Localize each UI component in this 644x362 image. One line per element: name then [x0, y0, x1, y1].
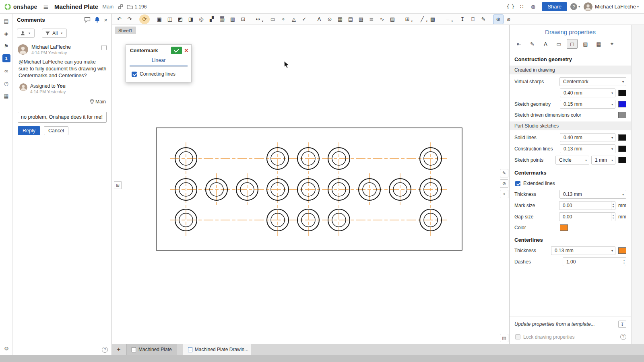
- tables-icon[interactable]: ▦: [2, 92, 10, 100]
- centerline-color-swatch[interactable]: [618, 247, 626, 254]
- mark-size-input[interactable]: 0.00 ▴▾: [559, 201, 615, 210]
- onshape-logo[interactable]: onshape: [4, 3, 37, 10]
- auxiliary-view-icon[interactable]: ◩: [175, 14, 186, 24]
- projected-view-icon[interactable]: ◫: [165, 14, 175, 24]
- centermark-color-swatch[interactable]: [560, 224, 568, 231]
- versions-history-icon[interactable]: ◈: [2, 29, 10, 37]
- tab-machined-plate[interactable]: Machined Plate: [126, 344, 177, 355]
- drawing-tools-button[interactable]: ⌖: [500, 190, 508, 198]
- break-out-section-icon[interactable]: ▒: [217, 14, 227, 24]
- datum-icon[interactable]: ◬: [289, 14, 299, 24]
- share-link-icon[interactable]: [118, 4, 124, 10]
- hatch-icon[interactable]: ▩: [427, 14, 438, 24]
- plate-outline[interactable]: [156, 128, 462, 250]
- dimensions-style-tab[interactable]: ⇤: [514, 39, 524, 49]
- history-icon[interactable]: ◷: [2, 79, 10, 87]
- solid-lines-select[interactable]: 0.40 mm ▾: [560, 133, 615, 142]
- annotations-style-tab[interactable]: ✎: [527, 39, 538, 49]
- construction-lines-select[interactable]: 0.13 mm ▾: [560, 144, 615, 153]
- cancel-button[interactable]: Cancel: [44, 126, 68, 135]
- tab-linear[interactable]: Linear: [130, 56, 188, 66]
- tab-machined-plate-drawing[interactable]: Machined Plate Drawin...: [183, 344, 251, 355]
- inspection-style-tab[interactable]: ⌖: [607, 39, 617, 49]
- undo-icon[interactable]: ↶: [114, 14, 124, 24]
- export-icon[interactable]: ↧: [457, 14, 468, 24]
- dashes-input[interactable]: 1.00 ▴▾: [563, 257, 626, 266]
- broken-view-icon[interactable]: ▞: [206, 14, 217, 24]
- tables-style-tab[interactable]: ▦: [593, 39, 604, 49]
- user-name[interactable]: Michael LaFleche: [595, 4, 636, 10]
- chat-bubble-icon[interactable]: [84, 17, 91, 23]
- dimension-icon[interactable]: ↔▾: [253, 14, 263, 24]
- revision-table-icon[interactable]: ▧: [356, 14, 366, 24]
- close-icon[interactable]: ×: [104, 17, 107, 23]
- show-hidden-edges-icon[interactable]: ▥: [227, 14, 238, 24]
- section-view-icon[interactable]: ◨: [186, 14, 196, 24]
- reply-button[interactable]: Reply: [18, 126, 40, 135]
- help-icon[interactable]: ⊚: [0, 345, 13, 352]
- connecting-lines-checkbox[interactable]: [132, 72, 137, 77]
- virtual-sharps-select[interactable]: Centermark ▾: [559, 77, 626, 86]
- centermark-icon[interactable]: ⊕: [493, 14, 504, 24]
- centermark-thickness-select[interactable]: 0.13 mm ▾: [559, 190, 626, 199]
- virtual-sharps-thickness-select[interactable]: 0.40 mm ▾: [560, 88, 615, 97]
- insert-view-icon[interactable]: ▣: [154, 14, 165, 24]
- sketch-points-size-select[interactable]: 1 mm ▾: [591, 156, 615, 165]
- drawing-canvas[interactable]: Sheet1 ⊞ Centermark × Linear Connecting …: [112, 25, 509, 344]
- help-icon[interactable]: ?: [570, 3, 577, 10]
- publications-icon[interactable]: ⚑: [2, 42, 10, 50]
- user-avatar[interactable]: [584, 2, 592, 11]
- detail-view-icon[interactable]: ◎: [196, 14, 206, 24]
- notifications-bell-icon[interactable]: [94, 16, 100, 23]
- print-icon[interactable]: ⌸: [468, 14, 478, 24]
- close-dialog-icon[interactable]: ×: [184, 47, 188, 54]
- help-icon[interactable]: ?: [102, 347, 108, 353]
- table-icon[interactable]: ▦: [335, 14, 345, 24]
- reply-input[interactable]: no problem, Onshape does it for me!: [18, 112, 107, 123]
- redo-icon[interactable]: ↷: [124, 14, 135, 24]
- crop-view-icon[interactable]: ⊡: [238, 14, 248, 24]
- gap-size-input[interactable]: 0.00 ▴▾: [559, 212, 615, 221]
- measure-icon[interactable]: ⌀: [504, 14, 514, 24]
- share-button[interactable]: Share: [542, 2, 567, 11]
- accept-button[interactable]: [171, 47, 182, 54]
- apps-icon[interactable]: ∷: [517, 2, 526, 12]
- inspection-icon[interactable]: ⊙: [324, 14, 335, 24]
- sketch-points-shape-select[interactable]: Circle ▾: [555, 156, 589, 165]
- update-views-icon[interactable]: ⟳: [139, 14, 150, 24]
- surface-finish-icon[interactable]: ✓: [299, 14, 310, 24]
- learning-icon[interactable]: ◍: [528, 2, 538, 12]
- text-icon[interactable]: A: [314, 14, 324, 24]
- centerline-icon[interactable]: ─▾: [442, 14, 453, 24]
- update-from-template-link[interactable]: Update properties from a template... ↧: [510, 317, 631, 331]
- hole-table-icon[interactable]: ▤: [345, 14, 356, 24]
- construction-lines-color-swatch[interactable]: [618, 146, 626, 152]
- workspace-name[interactable]: Main: [102, 4, 114, 10]
- image-icon[interactable]: ▨: [387, 14, 398, 24]
- geometric-tolerance-icon[interactable]: ⌖: [278, 14, 289, 24]
- centerline-thickness-select[interactable]: 0.13 mm ▾: [551, 246, 615, 255]
- line-icon[interactable]: ╱▾: [417, 14, 427, 24]
- views-style-tab[interactable]: ▧: [580, 39, 591, 49]
- main-menu-icon[interactable]: ≡: [43, 3, 49, 11]
- document-panel-icon[interactable]: ▤: [2, 17, 10, 25]
- resolve-comment-checkbox[interactable]: [101, 45, 107, 50]
- user-menu-chevron-icon[interactable]: ▾: [637, 5, 639, 8]
- text-style-tab[interactable]: A: [540, 39, 551, 49]
- stepper-arrows-icon[interactable]: ▴▾: [611, 213, 615, 221]
- callout-icon[interactable]: ⊞▾: [402, 14, 413, 24]
- sketch-geometry-select[interactable]: 0.15 mm ▾: [560, 100, 615, 109]
- comment-filter-dropdown[interactable]: All ▾: [42, 29, 67, 38]
- sketch-points-color-swatch[interactable]: [618, 157, 626, 163]
- extended-lines-checkbox[interactable]: [515, 181, 520, 186]
- help-icon[interactable]: ?: [620, 334, 626, 340]
- where-used-icon[interactable]: ∞: [2, 67, 10, 75]
- stepper-arrows-icon[interactable]: ▴▾: [611, 202, 615, 210]
- comments-icon[interactable]: 1: [2, 54, 10, 62]
- sheet-properties-button[interactable]: ▤: [500, 334, 508, 342]
- markup-icon[interactable]: ✎: [478, 14, 489, 24]
- weld-symbol-icon[interactable]: ∿: [377, 14, 387, 24]
- author-filter-dropdown[interactable]: ▾: [17, 29, 35, 38]
- sheet-style-tab[interactable]: ▭: [553, 39, 564, 49]
- sheets-panel-toggle[interactable]: ⊞: [114, 181, 122, 189]
